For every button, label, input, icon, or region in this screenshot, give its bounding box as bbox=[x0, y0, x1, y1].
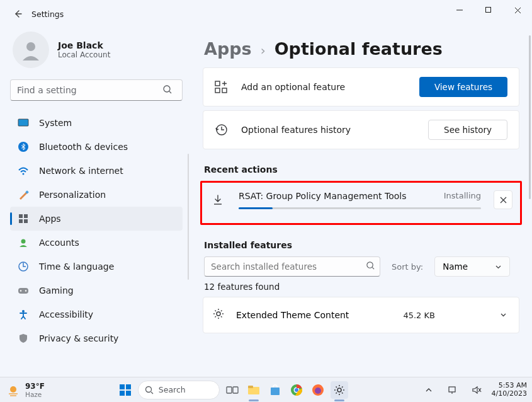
taskbar-app-explorer[interactable] bbox=[245, 381, 263, 399]
svg-rect-24 bbox=[222, 88, 227, 93]
add-feature-label: Add an optional feature bbox=[241, 82, 408, 92]
svg-rect-35 bbox=[120, 384, 125, 389]
search-icon bbox=[145, 386, 154, 394]
sidebar-item-personalization[interactable]: Personalization bbox=[10, 183, 183, 207]
profile-name: Joe Black bbox=[58, 40, 110, 50]
nav-label: Accessibility bbox=[39, 309, 93, 319]
sidebar-item-accounts[interactable]: Accounts bbox=[10, 231, 183, 255]
sidebar-item-accessibility[interactable]: Accessibility bbox=[10, 302, 183, 326]
nav-label: Accounts bbox=[39, 238, 79, 248]
cancel-download-button[interactable] bbox=[494, 190, 512, 209]
sidebar-item-apps[interactable]: Apps bbox=[10, 207, 183, 231]
clock-globe-icon bbox=[18, 261, 29, 272]
installed-features-heading: Installed features bbox=[204, 240, 519, 250]
svg-point-21 bbox=[22, 310, 25, 313]
profile-subtitle: Local Account bbox=[58, 50, 110, 59]
sort-dropdown[interactable]: Name bbox=[434, 256, 510, 277]
view-features-button[interactable]: View features bbox=[419, 77, 507, 97]
svg-rect-14 bbox=[19, 219, 23, 223]
taskbar: 93°F Haze Search 5:53 AM 4/10/2023 bbox=[0, 377, 532, 402]
close-icon bbox=[500, 197, 507, 204]
back-button[interactable] bbox=[8, 4, 28, 24]
start-button[interactable] bbox=[116, 381, 134, 399]
search-icon bbox=[366, 261, 375, 273]
sidebar: Joe Black Local Account System Bluetooth… bbox=[0, 28, 189, 377]
feature-size: 45.2 KB bbox=[403, 311, 435, 320]
chevron-down-icon bbox=[499, 309, 507, 321]
window-title: Settings bbox=[31, 9, 64, 19]
svg-rect-7 bbox=[18, 119, 28, 126]
bluetooth-icon bbox=[18, 141, 29, 152]
display-icon bbox=[18, 117, 29, 129]
svg-point-32 bbox=[10, 386, 16, 393]
taskbar-clock[interactable]: 5:53 AM 4/10/2023 bbox=[492, 382, 527, 398]
firefox-icon bbox=[312, 384, 324, 396]
installed-search[interactable] bbox=[204, 256, 380, 277]
minimize-button[interactable] bbox=[445, 0, 474, 20]
maximize-button[interactable] bbox=[474, 0, 503, 20]
sidebar-item-network[interactable]: Network & internet bbox=[10, 159, 183, 183]
breadcrumb: Apps › Optional features bbox=[195, 39, 526, 59]
taskbar-app-firefox[interactable] bbox=[309, 381, 327, 399]
svg-point-4 bbox=[26, 42, 35, 51]
content-scroll-thumb[interactable] bbox=[529, 35, 531, 199]
see-history-button[interactable]: See history bbox=[428, 120, 507, 140]
taskbar-search[interactable]: Search bbox=[138, 381, 220, 399]
features-count: 12 features found bbox=[204, 282, 519, 292]
task-view-button[interactable] bbox=[224, 381, 241, 399]
installed-search-input[interactable] bbox=[204, 256, 380, 277]
window-controls bbox=[445, 0, 532, 20]
nav-label: Bluetooth & devices bbox=[39, 142, 128, 152]
taskbar-app-store[interactable] bbox=[266, 381, 284, 399]
nav-label: System bbox=[39, 118, 72, 128]
sun-haze-icon bbox=[6, 383, 20, 397]
gamepad-icon bbox=[18, 285, 29, 296]
nav-label: Network & internet bbox=[39, 166, 123, 176]
download-name: RSAT: Group Policy Management Tools bbox=[239, 191, 407, 201]
sort-value: Name bbox=[443, 261, 468, 272]
weather-widget[interactable]: 93°F Haze bbox=[6, 382, 45, 398]
sidebar-item-system[interactable]: System bbox=[10, 111, 183, 135]
download-icon bbox=[210, 193, 226, 206]
taskbar-app-chrome[interactable] bbox=[288, 381, 305, 399]
history-label: Optional features history bbox=[241, 125, 417, 135]
tray-expand-button[interactable] bbox=[420, 381, 438, 399]
breadcrumb-root[interactable]: Apps bbox=[204, 39, 252, 59]
svg-point-10 bbox=[23, 173, 25, 175]
sidebar-item-time[interactable]: Time & language bbox=[10, 255, 183, 279]
svg-point-20 bbox=[25, 290, 26, 291]
clock-date: 4/10/2023 bbox=[492, 390, 527, 398]
close-button[interactable] bbox=[503, 0, 532, 20]
explorer-icon bbox=[247, 384, 261, 396]
download-status: Installing bbox=[444, 191, 481, 200]
svg-rect-13 bbox=[24, 214, 28, 218]
feature-name: Extended Theme Content bbox=[236, 310, 349, 320]
network-icon bbox=[448, 386, 458, 394]
sidebar-item-gaming[interactable]: Gaming bbox=[10, 279, 183, 302]
arrow-left-icon bbox=[13, 9, 23, 19]
weather-temp: 93°F bbox=[25, 382, 45, 391]
nav-list: System Bluetooth & devices Network & int… bbox=[10, 111, 183, 350]
accessibility-icon bbox=[18, 309, 29, 320]
svg-point-31 bbox=[217, 312, 220, 316]
chevron-down-icon bbox=[495, 263, 502, 270]
add-feature-card: Add an optional feature View features bbox=[203, 67, 519, 106]
find-setting-search[interactable] bbox=[10, 79, 181, 101]
svg-rect-38 bbox=[126, 391, 131, 396]
svg-rect-45 bbox=[271, 388, 280, 395]
download-row: RSAT: Group Policy Management Tools Inst… bbox=[206, 188, 516, 212]
tray-volume-button[interactable] bbox=[468, 381, 485, 399]
tray-network-button[interactable] bbox=[444, 381, 461, 399]
titlebar: Settings bbox=[0, 0, 532, 28]
taskbar-app-settings[interactable] bbox=[331, 381, 348, 399]
profile-block[interactable]: Joe Black Local Account bbox=[10, 28, 183, 76]
nav-label: Privacy & security bbox=[39, 333, 118, 343]
search-input[interactable] bbox=[10, 79, 183, 101]
person-icon bbox=[19, 38, 43, 62]
sidebar-item-privacy[interactable]: Privacy & security bbox=[10, 326, 183, 350]
sidebar-item-bluetooth[interactable]: Bluetooth & devices bbox=[10, 135, 183, 159]
wifi-icon bbox=[18, 165, 29, 176]
apps-icon bbox=[18, 213, 29, 224]
feature-row[interactable]: Extended Theme Content 45.2 KB bbox=[203, 297, 519, 333]
svg-rect-12 bbox=[19, 214, 23, 218]
